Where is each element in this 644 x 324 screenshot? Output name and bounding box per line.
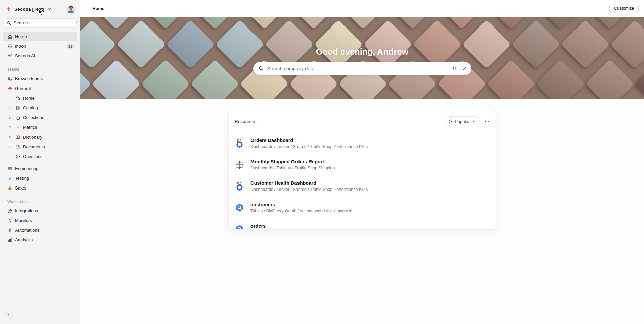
resource-title: customers: [250, 202, 352, 207]
collections-icon: [15, 115, 20, 120]
chevron-right-icon[interactable]: [7, 134, 13, 140]
workspace-name: Secoda [Test]: [14, 7, 44, 12]
test-tube-icon: [7, 176, 13, 181]
content-area: Resources Popular Orders: [80, 110, 644, 324]
sort-popular-button[interactable]: Popular: [444, 116, 480, 126]
sidebar-item-general-home[interactable]: Home: [3, 93, 77, 103]
sidebar-item-integrations[interactable]: Integrations: [3, 206, 77, 216]
search-shortcut-hint: /: [75, 21, 76, 25]
home-icon: [7, 34, 13, 39]
sidebar-nav: Home Inbox 11 Secoda AI Teams Browse tea…: [0, 32, 80, 245]
bolt-icon: [7, 228, 13, 233]
resource-breadcrumb: Dashboards / Looker / Shared / Truffle S…: [250, 144, 368, 149]
resource-title: Monthly Shipped Orders Report: [250, 159, 335, 164]
search-icon: [258, 66, 264, 71]
flame-icon: [448, 119, 453, 124]
house-emoji-icon: [7, 86, 13, 91]
hero-search-bar[interactable]: [253, 62, 471, 75]
chevron-down-icon: [472, 119, 476, 123]
sidebar-item-catalog[interactable]: Catalog: [3, 103, 77, 113]
documents-icon: [15, 144, 20, 150]
people-icon: [7, 76, 13, 82]
inbox-icon: [7, 44, 13, 49]
sidebar-item-testing[interactable]: Testing: [3, 173, 77, 183]
secoda-logo-icon: [6, 6, 12, 12]
bar-chart-icon: [7, 237, 13, 243]
sidebar-item-analytics[interactable]: Analytics: [3, 235, 77, 245]
sidebar-item-secoda-ai[interactable]: Secoda AI: [3, 51, 77, 61]
hero-search-input[interactable]: [267, 66, 448, 71]
dictionary-icon: [15, 134, 20, 140]
sidebar: Secoda [Test] / Home Inbox 11 Secoda AI …: [0, 0, 80, 324]
page-title: Home: [92, 6, 104, 11]
user-avatar[interactable]: [66, 5, 75, 13]
chevron-right-icon[interactable]: [7, 144, 13, 150]
resource-row[interactable]: Monthly Shipped Orders Report Dashboards…: [229, 154, 496, 175]
resource-breadcrumb: Tables / BigQuery-Oauth / secoda-web / d…: [250, 209, 352, 213]
looker-icon: [235, 181, 245, 191]
metrics-icon: [15, 125, 20, 130]
help-button[interactable]: ?: [4, 311, 13, 320]
home-icon: [15, 96, 20, 101]
resource-breadcrumb: Dashboards / Looker / Shared / Truffle S…: [250, 187, 368, 192]
svg-text:$: $: [9, 187, 11, 190]
chevron-spacer: [7, 154, 13, 159]
looker-icon: [235, 138, 245, 148]
section-title-teams: Teams: [7, 67, 80, 72]
hero-banner: Good evening, Andrew: [80, 17, 644, 99]
ai-sparkle-icon[interactable]: [451, 66, 457, 71]
sidebar-search-input[interactable]: [14, 20, 73, 25]
workspace-switcher[interactable]: Secoda [Test]: [0, 0, 80, 13]
sidebar-item-home[interactable]: Home: [3, 32, 77, 41]
sidebar-item-collections[interactable]: Collections: [3, 113, 77, 122]
plug-icon: [7, 208, 13, 214]
chevron-down-icon: [48, 7, 52, 11]
resource-row[interactable]: Orders Dashboard Dashboards / Looker / S…: [229, 132, 496, 154]
catalog-icon: [15, 105, 20, 111]
resources-title: Resources: [235, 119, 257, 124]
chevron-right-icon[interactable]: [7, 125, 13, 130]
sidebar-item-questions[interactable]: Questions: [3, 152, 77, 161]
resource-title: Orders Dashboard: [250, 138, 368, 143]
sidebar-item-documents[interactable]: Documents: [3, 142, 77, 152]
greeting-text: Good evening, Andrew: [316, 47, 408, 57]
chevron-right-icon[interactable]: [7, 105, 13, 111]
tableau-icon: [235, 160, 245, 170]
expand-icon[interactable]: [462, 66, 467, 71]
customize-button[interactable]: Customize: [609, 4, 639, 13]
resource-breadcrumb: Dashboards / Tableau / Truffle Shop Ship…: [250, 166, 335, 170]
more-options-button[interactable]: [484, 119, 490, 124]
sidebar-item-engineering[interactable]: Engineering: [3, 164, 77, 173]
chevron-right-icon[interactable]: [7, 115, 13, 120]
activity-icon: [7, 218, 13, 223]
sidebar-item-sales[interactable]: $ Sales: [3, 183, 77, 193]
laptop-icon: [7, 166, 13, 171]
resources-header: Resources Popular: [229, 110, 496, 132]
main-area: Home Customize Good evening, Andrew: [80, 0, 644, 324]
resources-card: Resources Popular Orders: [228, 110, 496, 230]
section-title-workspace: Workspace: [7, 199, 80, 204]
sidebar-item-dictionary[interactable]: Dictionary: [3, 132, 77, 142]
chevron-spacer: [7, 96, 13, 101]
sidebar-item-browse-teams[interactable]: Browse teams: [3, 74, 77, 84]
sidebar-search[interactable]: /: [3, 18, 77, 28]
sidebar-item-monitors[interactable]: Monitors: [3, 216, 77, 225]
resource-row[interactable]: orders Tables / BigQuery-Oauth / secoda-…: [229, 218, 496, 230]
topbar: Home Customize: [80, 0, 644, 17]
bigquery-icon: [235, 203, 245, 213]
sidebar-item-inbox[interactable]: Inbox 11: [3, 41, 77, 51]
resource-title: orders: [250, 223, 352, 229]
sidebar-item-metrics[interactable]: Metrics: [3, 122, 77, 132]
questions-icon: [15, 154, 20, 159]
money-bag-icon: $: [7, 185, 13, 191]
resource-title: Customer Health Dashboard: [250, 180, 368, 186]
resource-row[interactable]: Customer Health Dashboard Dashboards / L…: [229, 175, 496, 197]
search-icon: [7, 21, 11, 25]
resource-row[interactable]: customers Tables / BigQuery-Oauth / seco…: [229, 197, 496, 218]
sparkles-icon: [7, 53, 13, 59]
bigquery-icon: [235, 224, 245, 230]
sidebar-item-general[interactable]: General: [3, 84, 77, 93]
inbox-count-badge: 11: [66, 44, 75, 49]
sidebar-item-automations[interactable]: Automations: [3, 225, 77, 235]
